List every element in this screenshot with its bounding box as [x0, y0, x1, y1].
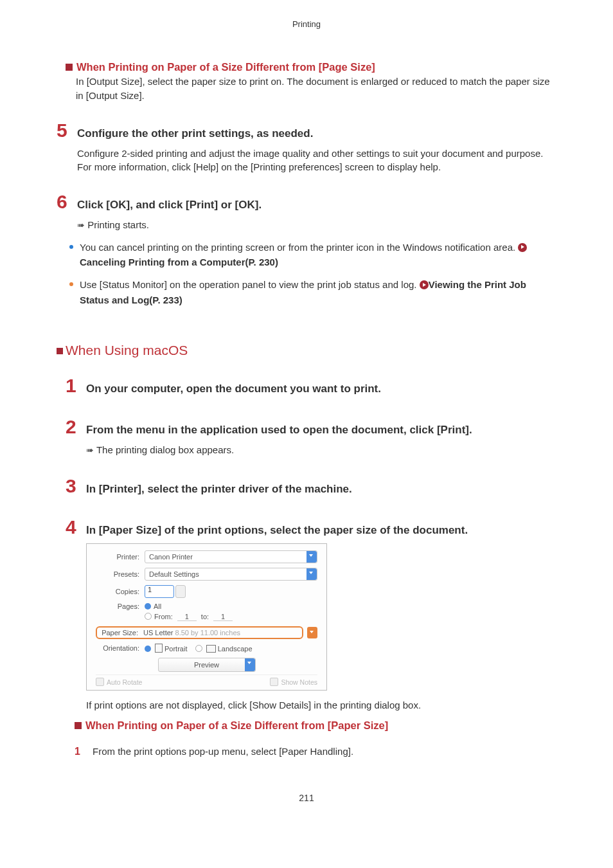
show-notes-checkbox: [270, 678, 278, 686]
pages-label: Pages:: [96, 602, 145, 610]
dropdown-icon[interactable]: [306, 551, 317, 563]
step-title-4: In [Paper Size] of the print options, se…: [86, 524, 468, 537]
presets-select[interactable]: Default Settings: [145, 568, 317, 581]
pages-all-label: All: [154, 602, 161, 610]
print-dialog: Printer: Canon Printer Presets: Default …: [86, 543, 327, 691]
square-bullet-icon: [75, 722, 82, 729]
dropdown-icon[interactable]: [245, 658, 255, 671]
step-title-6: Click [OK], and click [Print] or [OK].: [77, 199, 262, 212]
mac-step-4: 4 In [Paper Size] of the print options, …: [66, 518, 556, 537]
from-input[interactable]: 1: [177, 613, 197, 621]
step-title-2: From the menu in the application used to…: [86, 424, 472, 437]
link-play-icon[interactable]: [518, 243, 527, 252]
step-title-3: In [Printer], select the printer driver …: [86, 483, 352, 496]
show-details-hint: If print options are not displayed, clic…: [86, 700, 556, 710]
step-5-body: Configure 2-sided printing and adjust th…: [77, 147, 556, 175]
presets-label: Presets:: [96, 570, 145, 578]
bullet-status-monitor: Use [Status Monitor] on the operation pa…: [69, 277, 556, 307]
copies-stepper[interactable]: [175, 585, 186, 598]
orientation-label: Orientation:: [96, 644, 145, 652]
preview-select[interactable]: Preview: [158, 658, 256, 672]
bullet-dot-icon: [69, 282, 73, 286]
bullet-dot-icon: [69, 245, 73, 249]
show-notes-label: Show Notes: [281, 678, 317, 686]
step-num-6: 6: [57, 192, 77, 212]
paper-size-highlight: Paper Size: US Letter 8.50 by 11.00 inch…: [96, 626, 303, 639]
link-cancel-printing[interactable]: Canceling Printing from a Computer(P. 23…: [80, 257, 278, 267]
subheading-body: In [Output Size], select the paper size …: [76, 75, 556, 103]
step-num-1: 1: [66, 376, 86, 395]
mac-step-2: 2 From the menu in the application used …: [66, 417, 556, 437]
paper-size-label: Paper Size:: [100, 629, 143, 637]
landscape-label: Landscape: [218, 645, 253, 653]
step-6: 6 Click [OK], and click [Print] or [OK].: [57, 192, 556, 212]
arrow-icon: ➠: [86, 445, 93, 455]
step-title-5: Configure the other print settings, as n…: [77, 127, 313, 140]
auto-rotate-checkbox: [96, 678, 104, 686]
auto-rotate-label: Auto Rotate: [107, 678, 142, 686]
dropdown-highlight-icon[interactable]: [307, 627, 317, 638]
page-header: Printing: [57, 19, 556, 29]
from-label: From:: [154, 613, 173, 620]
mac-step-3: 3 In [Printer], select the printer drive…: [66, 476, 556, 496]
bullet-text: You can cancel printing on the printing …: [80, 242, 518, 253]
bullet-text: Use [Status Monitor] on the operation pa…: [80, 279, 420, 290]
portrait-label: Portrait: [164, 645, 187, 653]
portrait-icon: [155, 644, 163, 653]
to-input[interactable]: 1: [213, 613, 233, 621]
step-num-2: 2: [66, 417, 86, 437]
mac-step-2-arrow: ➠ The printing dialog box appears.: [86, 443, 556, 457]
radio-portrait[interactable]: [145, 646, 151, 652]
printer-label: Printer:: [96, 553, 145, 561]
paper-size-select[interactable]: US Letter 8.50 by 11.00 inches: [143, 629, 299, 637]
macos-heading: When Using macOS: [57, 343, 556, 358]
square-bullet-icon: [57, 348, 63, 354]
link-play-icon[interactable]: [420, 280, 429, 289]
step-6-arrow: ➠ Printing starts.: [77, 218, 556, 232]
step-title-1: On your computer, open the document you …: [86, 383, 381, 395]
copies-input[interactable]: 1: [145, 585, 174, 598]
dropdown-icon[interactable]: [306, 568, 317, 580]
mac-step-1: 1 On your computer, open the document yo…: [66, 376, 556, 395]
radio-all[interactable]: [145, 603, 151, 610]
page-number: 211: [57, 793, 556, 803]
radio-landscape[interactable]: [195, 645, 202, 652]
subheading-text: When Printing on Paper of a Size Differe…: [85, 719, 388, 731]
arrow-icon: ➠: [77, 220, 84, 230]
step-5: 5 Configure the other print settings, as…: [57, 121, 556, 140]
radio-from[interactable]: [145, 613, 152, 620]
subheading-text: When Printing on Paper of a Size Differe…: [76, 61, 375, 73]
subheading-paper-size: When Printing on Paper of a Size Differe…: [75, 719, 556, 732]
arrow-text: Printing starts.: [87, 219, 149, 230]
macos-heading-text: When Using macOS: [66, 343, 188, 357]
square-bullet-icon: [66, 64, 73, 71]
sub-step-1: 1 From the print options pop-up menu, se…: [75, 746, 556, 757]
copies-label: Copies:: [96, 588, 145, 595]
subheading-page-size: When Printing on Paper of a Size Differe…: [66, 61, 556, 73]
sub-step-text: From the print options pop-up menu, sele…: [93, 746, 353, 757]
step-num-5: 5: [57, 121, 77, 140]
printer-select[interactable]: Canon Printer: [145, 550, 317, 563]
arrow-text: The printing dialog box appears.: [96, 444, 234, 455]
sub-step-num: 1: [75, 746, 93, 757]
landscape-icon: [206, 645, 216, 653]
bullet-cancel-printing: You can cancel printing on the printing …: [69, 240, 556, 270]
step-num-4: 4: [66, 518, 86, 537]
to-label: to:: [201, 613, 209, 620]
step-num-3: 3: [66, 476, 86, 496]
